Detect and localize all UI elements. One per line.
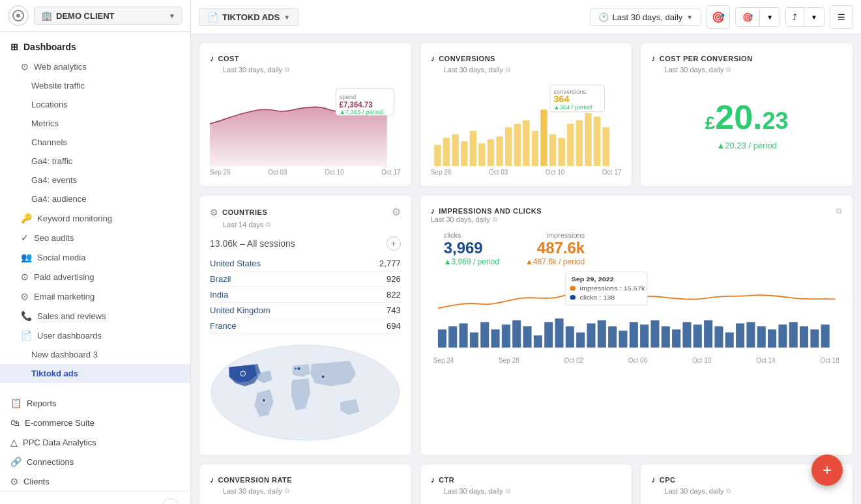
svg-rect-60 bbox=[704, 320, 712, 348]
copy-icon: ⧉ bbox=[493, 216, 497, 223]
cpc-header: ♪ COST PER CONVERSION bbox=[651, 53, 842, 63]
sidebar-item-new-dashboard-3[interactable]: New dashboard 3 bbox=[0, 345, 190, 364]
sidebar-item-connections[interactable]: 🔗 Connections bbox=[0, 452, 190, 471]
cost-card-subtitle: Last 30 days, daily ⧉ bbox=[223, 66, 401, 74]
svg-rect-59 bbox=[693, 324, 701, 347]
svg-rect-40 bbox=[491, 329, 499, 348]
share-icon-part[interactable]: ⤴ bbox=[786, 9, 804, 25]
cpc-value-area: £ 20. 23 ▲20.23 / period bbox=[651, 81, 842, 166]
svg-point-76 bbox=[570, 295, 576, 300]
svg-rect-56 bbox=[661, 326, 669, 348]
sidebar: 🏢 DEMO CLIENT ▼ ⊞ Dashboards ⊙ Web analy… bbox=[0, 0, 191, 504]
cpc-bottom-subtitle: Last 30 days, daily ⧉ bbox=[664, 487, 842, 495]
cost-card-header: ♪ COST bbox=[210, 53, 401, 63]
country-name[interactable]: United States bbox=[210, 259, 261, 268]
clicks-metric: clicks 3,969 ▲3,969 / period bbox=[444, 231, 499, 266]
chevron-down-icon: ▼ bbox=[686, 14, 693, 21]
impressions-chart-labels: Sep 24 Sep 28 Oct 02 Oct 06 Oct 10 Oct 1… bbox=[431, 357, 842, 364]
sidebar-item-user-dashboards[interactable]: 📄 User dashboards bbox=[0, 326, 190, 345]
sidebar-item-website-traffic[interactable]: Website traffic bbox=[0, 76, 190, 95]
country-name[interactable]: India bbox=[210, 290, 228, 300]
sidebar-item-channels[interactable]: Channels bbox=[0, 133, 190, 152]
fab-add-button[interactable]: + bbox=[811, 455, 843, 486]
svg-rect-17 bbox=[540, 109, 547, 166]
settings-button[interactable]: 🎯 ▼ bbox=[735, 7, 780, 27]
country-row: India 822 bbox=[210, 287, 401, 303]
svg-rect-11 bbox=[487, 139, 493, 166]
tiktok-icon: ♪ bbox=[210, 53, 214, 63]
chevron-down-icon: ▼ bbox=[169, 12, 175, 20]
svg-rect-57 bbox=[672, 329, 680, 348]
sidebar-item-clients[interactable]: ⊙ Clients bbox=[0, 471, 190, 491]
sidebar-item-ga4-audience[interactable]: Ga4: audience bbox=[0, 189, 190, 208]
sidebar-item-web-analytics[interactable]: ⊙ Web analytics bbox=[0, 57, 190, 76]
svg-rect-52 bbox=[619, 331, 627, 348]
svg-point-30 bbox=[241, 371, 246, 376]
sidebar-item-keyword-monitoring[interactable]: 🔑 Keyword monitoring bbox=[0, 208, 190, 228]
globe-icon: ⊙ bbox=[21, 61, 29, 72]
svg-rect-70 bbox=[810, 329, 819, 348]
tiktok-icon: ♪ bbox=[431, 475, 435, 484]
svg-rect-42 bbox=[512, 320, 521, 348]
country-value: 822 bbox=[387, 290, 401, 300]
svg-rect-37 bbox=[459, 324, 467, 348]
country-name[interactable]: France bbox=[210, 321, 236, 331]
client-selector[interactable]: 🏢 DEMO CLIENT ▼ bbox=[34, 7, 182, 25]
support-link[interactable]: Support ↗ bbox=[96, 498, 132, 504]
svg-point-34 bbox=[295, 367, 297, 370]
svg-rect-21 bbox=[576, 120, 582, 166]
conversions-chart-labels: Sep 26 Oct 03 Oct 10 Oct 17 bbox=[431, 169, 622, 176]
sidebar-top: 🏢 DEMO CLIENT ▼ bbox=[0, 0, 190, 32]
flame-button[interactable]: 🎯 bbox=[707, 5, 730, 29]
sidebar-item-ga4-traffic[interactable]: Ga4: traffic bbox=[0, 152, 190, 171]
country-name[interactable]: United Kingdom bbox=[210, 305, 270, 315]
copy-icon: ⧉ bbox=[266, 221, 270, 229]
connections-icon: 🔗 bbox=[10, 456, 22, 467]
svg-rect-45 bbox=[544, 322, 553, 348]
settings-icon-part[interactable]: 🎯 bbox=[736, 9, 759, 25]
date-range-selector[interactable]: 🕐 Last 30 days, daily ▼ bbox=[590, 8, 702, 26]
cpc-dec: 23 bbox=[763, 107, 789, 135]
conversions-chart: conversions 364 ▲364 / period bbox=[431, 81, 622, 166]
project-selector[interactable]: 📄 TIKTOKD ADS ▼ bbox=[199, 8, 299, 26]
tiktok-icon: ♪ bbox=[431, 53, 435, 63]
svg-rect-58 bbox=[682, 322, 691, 348]
settings-chevron-part[interactable]: ▼ bbox=[760, 10, 780, 24]
impressions-metrics: clicks 3,969 ▲3,969 / period impressions… bbox=[444, 231, 842, 266]
email-icon: ⊙ bbox=[21, 291, 29, 301]
sidebar-item-tiktokd-ads[interactable]: Tiktokd ads bbox=[0, 364, 190, 383]
sidebar-item-ga4-events[interactable]: Ga4: events bbox=[0, 171, 190, 189]
menu-button[interactable]: ☰ bbox=[830, 5, 853, 29]
sidebar-item-paid-advertising[interactable]: ⊙ Paid advertising bbox=[0, 267, 190, 287]
map-settings-icon[interactable]: ⚙ bbox=[392, 206, 401, 218]
clicks-label: clicks bbox=[444, 231, 499, 239]
share-button[interactable]: ⤴ ▼ bbox=[785, 7, 825, 27]
sidebar-item-reports[interactable]: 📋 Reports bbox=[0, 393, 190, 413]
app-logo bbox=[8, 5, 29, 26]
ctr-subtitle: Last 30 days, daily ⧉ bbox=[444, 487, 622, 495]
feedback-link[interactable]: Feedback ↗ bbox=[10, 498, 53, 504]
sidebar-item-seo-audits[interactable]: ✓ Seo audits bbox=[0, 228, 190, 247]
dashboards-header[interactable]: ⊞ Dashboards bbox=[0, 37, 190, 57]
sidebar-item-locations[interactable]: Locations bbox=[0, 95, 190, 114]
sidebar-item-ppc[interactable]: △ PPC Data Analytics bbox=[0, 432, 190, 452]
share-chevron-part[interactable]: ▼ bbox=[804, 10, 824, 24]
svg-rect-53 bbox=[629, 322, 637, 348]
back-button[interactable]: ← bbox=[162, 498, 180, 504]
sidebar-item-ecommerce[interactable]: 🛍 E-commerce Suite bbox=[0, 413, 190, 432]
svg-rect-66 bbox=[768, 329, 776, 348]
key-icon: 🔑 bbox=[21, 213, 32, 223]
clicks-period: ▲3,969 / period bbox=[444, 257, 499, 266]
sidebar-item-social-media[interactable]: 👥 Social media bbox=[0, 247, 190, 267]
countries-subtitle: Last 14 days ⧉ bbox=[223, 221, 401, 229]
svg-rect-15 bbox=[523, 120, 529, 166]
docs-link[interactable]: Docs ↗ bbox=[61, 498, 88, 504]
country-name[interactable]: Brazil bbox=[210, 274, 231, 284]
cpc-card-subtitle: Last 30 days, daily ⧉ bbox=[664, 66, 842, 74]
svg-rect-63 bbox=[736, 324, 744, 348]
sidebar-item-metrics[interactable]: Metrics bbox=[0, 114, 190, 133]
sidebar-item-email-marketing[interactable]: ⊙ Email marketing bbox=[0, 287, 190, 306]
svg-rect-47 bbox=[565, 326, 574, 348]
add-session-button[interactable]: + bbox=[387, 236, 401, 251]
sidebar-item-sales-reviews[interactable]: 📞 Sales and reviews bbox=[0, 306, 190, 326]
